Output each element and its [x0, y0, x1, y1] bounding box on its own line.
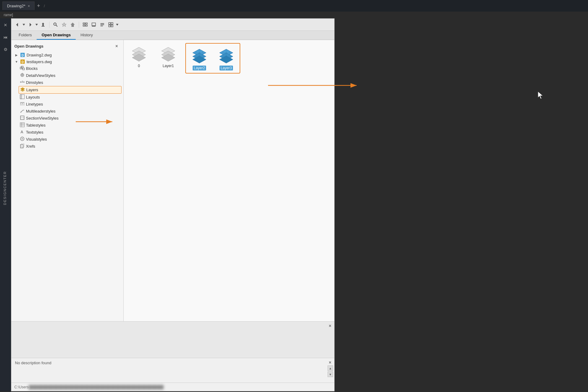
- toolbar-views-button[interactable]: [107, 20, 115, 29]
- svg-rect-6: [42, 26, 45, 27]
- toolbar-home-button[interactable]: [68, 20, 77, 29]
- skip-back-icon[interactable]: ⏮: [1, 33, 10, 41]
- toolbar-views-dropdown-button[interactable]: [115, 20, 119, 29]
- tree-sub-detailviewstyles[interactable]: DetailViewStyles: [19, 72, 122, 79]
- toolbar-search-button[interactable]: [51, 20, 60, 29]
- file-item-layer1[interactable]: Layer1: [156, 43, 180, 69]
- svg-rect-64: [21, 144, 24, 147]
- tree-sub-linetypes[interactable]: Linetypes: [19, 101, 122, 108]
- toolbar-preview-button[interactable]: [89, 20, 98, 29]
- svg-marker-0: [16, 23, 18, 27]
- scroll-down-button[interactable]: ▼: [328, 372, 333, 377]
- tree-label-visualstyles: Visualstyles: [26, 137, 47, 142]
- close-panel-icon[interactable]: ✕: [1, 21, 10, 29]
- tree-label-detailviewstyles: DetailViewStyles: [26, 73, 56, 78]
- file-label-layer1: Layer1: [163, 64, 174, 68]
- toolbar-back-button[interactable]: [13, 20, 22, 29]
- svg-marker-5: [42, 23, 44, 24]
- toolbar-back-dropdown-button[interactable]: [22, 20, 26, 29]
- file-item-layer2[interactable]: Layer2: [187, 45, 212, 72]
- svg-marker-9: [62, 23, 66, 27]
- tree-icon-detailviewstyles: [20, 73, 25, 78]
- tree-icon-visualstyles: [20, 136, 25, 142]
- tree-expand-drawing2[interactable]: ▶: [14, 53, 19, 57]
- tree-icon-testlayers: D: [20, 59, 25, 64]
- tree-label-textstyles: Textstyles: [26, 130, 43, 135]
- status-bar: C:\Users ███████████████████████████████…: [11, 383, 334, 391]
- tree-sub-multileaderstyles[interactable]: Multileaderstyles: [19, 108, 122, 115]
- tree-icon-layouts: [20, 94, 25, 100]
- frame-label: rame]: [0, 12, 588, 18]
- toolbar-forward-button[interactable]: [26, 20, 34, 29]
- file-icon-layer1: [159, 44, 177, 63]
- tree-item-testlayers[interactable]: ▼ D testlayers.dwg: [13, 58, 122, 65]
- main-area: ✕ ⏮ ⚙: [0, 18, 588, 391]
- svg-rect-14: [85, 25, 87, 26]
- tree-sub-sectionviewstyles[interactable]: SectionViewStyles: [19, 115, 122, 122]
- svg-rect-22: [109, 25, 111, 27]
- tree-label-linetypes: Linetypes: [26, 102, 43, 106]
- svg-rect-42: [20, 95, 22, 99]
- tab-close-button[interactable]: ×: [28, 4, 30, 8]
- tab-open-drawings[interactable]: Open Drawings: [37, 31, 75, 40]
- tree-title: Open Drawings: [14, 44, 43, 49]
- dc-content-area: Open Drawings × ▶ D Drawing2.dwg: [11, 40, 334, 321]
- toolbar-treeview-button[interactable]: [81, 20, 89, 29]
- tree-sub-tablestyles[interactable]: Tablestyles: [19, 122, 122, 129]
- file-item-layer0[interactable]: 0: [127, 43, 151, 69]
- tree-sub-textstyles[interactable]: A Textstyles: [19, 129, 122, 136]
- tree-label-multileaderstyles: Multileaderstyles: [26, 109, 56, 113]
- tab-folders[interactable]: Folders: [14, 31, 37, 40]
- scroll-up-button[interactable]: ▲: [328, 365, 333, 371]
- svg-rect-17: [100, 23, 104, 24]
- svg-rect-21: [111, 23, 113, 24]
- dc-tabs-row: Folders Open Drawings History: [11, 31, 334, 40]
- tree-item-drawing2[interactable]: ▶ D Drawing2.dwg: [13, 52, 122, 58]
- svg-rect-18: [100, 24, 104, 25]
- tree-sub-blocks[interactable]: Blocks: [19, 65, 122, 72]
- file-item-layer3[interactable]: Layer3: [214, 45, 238, 72]
- tree-sub-dimstyles[interactable]: D Dimstyles: [19, 79, 122, 86]
- tree-expand-testlayers[interactable]: ▼: [14, 59, 19, 64]
- file-icon-layer0: [130, 44, 148, 63]
- dc-tree-header: Open Drawings ×: [13, 42, 122, 52]
- mouse-cursor: [538, 92, 545, 101]
- tab-history[interactable]: History: [76, 31, 98, 40]
- tree-icon-blocks: [20, 66, 25, 71]
- toolbar-group-view: [81, 20, 119, 29]
- new-tab-button[interactable]: +: [34, 3, 43, 9]
- tree-sub-visualstyles[interactable]: Visualstyles: [19, 136, 122, 143]
- tree-label-tablestyles: Tablestyles: [26, 123, 45, 128]
- toolbar-up-button[interactable]: [39, 20, 47, 29]
- tree-sub-xrefs[interactable]: Xrefs: [19, 143, 122, 150]
- svg-marker-24: [116, 24, 118, 26]
- file-label-layer2: Layer2: [193, 66, 206, 70]
- description-close-button[interactable]: ×: [327, 359, 333, 365]
- svg-rect-15: [92, 23, 96, 26]
- tree-close-button[interactable]: ×: [114, 43, 120, 49]
- status-path-blurred: ████████████████████████████████████████…: [29, 385, 164, 389]
- tab-title: Drawing2*: [7, 4, 25, 8]
- tab-bar: Drawing2* × + /: [0, 0, 588, 12]
- toolbar-group-nav: [13, 20, 47, 29]
- drawing-tab[interactable]: Drawing2* ×: [2, 2, 34, 10]
- svg-marker-2: [30, 23, 31, 27]
- dc-preview-panel: ×: [11, 322, 334, 358]
- settings-icon[interactable]: ⚙: [1, 45, 10, 54]
- svg-marker-10: [71, 23, 75, 27]
- svg-point-62: [21, 138, 23, 140]
- toolbar-favorites-button[interactable]: [60, 20, 68, 29]
- toolbar-sep-2: [79, 22, 79, 28]
- toolbar-description-button[interactable]: [98, 20, 107, 29]
- svg-rect-20: [109, 23, 111, 24]
- tree-sub-layers[interactable]: Layers: [19, 86, 122, 94]
- svg-rect-11: [83, 23, 85, 24]
- tree-label-blocks: Blocks: [26, 66, 38, 71]
- tree-sub-layouts[interactable]: Layouts: [19, 94, 122, 101]
- preview-close-button[interactable]: ×: [327, 323, 333, 329]
- svg-line-8: [56, 25, 57, 27]
- svg-marker-40: [20, 89, 25, 92]
- tree-label-xrefs: Xrefs: [26, 144, 35, 149]
- svg-rect-16: [92, 26, 96, 27]
- toolbar-forward-dropdown-button[interactable]: [34, 20, 39, 29]
